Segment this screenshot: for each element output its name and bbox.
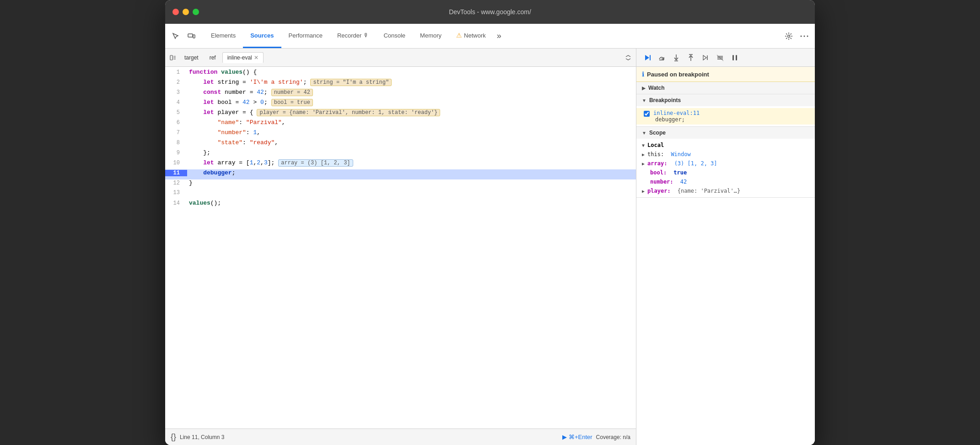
code-line-3: 3 const number = 42;number = 42 [165,89,636,99]
number-value: 42 [680,179,687,185]
breakpoints-section-header[interactable]: ▼ Breakpoints [636,94,815,106]
traffic-lights [172,9,199,15]
bool-value: true [673,169,687,176]
watch-section-header[interactable]: ▶ Watch [636,82,815,94]
run-script-button[interactable]: ▶ ⌘+Enter [562,434,592,440]
svg-rect-10 [650,55,651,60]
device-toolbar-button[interactable] [184,29,198,43]
local-label: Local [647,142,664,148]
svg-point-4 [804,35,805,37]
info-icon: ℹ [642,71,644,78]
watch-label: Watch [648,85,665,91]
status-bar-right: ▶ ⌘+Enter Coverage: n/a [562,434,630,440]
close-tab-icon[interactable]: ✕ [254,55,258,60]
inline-eval-player: player = {name: 'Parzival', number: 1, s… [257,109,440,116]
inline-eval-bool: bool = true [271,99,313,106]
svg-rect-22 [736,55,737,60]
inline-eval-array: array = (3) [1, 2, 3] [278,159,353,167]
deactivate-breakpoints-button[interactable] [713,51,727,64]
file-tab-target[interactable]: target [180,53,203,63]
watch-section: ▶ Watch [636,82,815,94]
svg-rect-21 [732,55,734,60]
breakpoint-location: inline-eval:11 [653,110,700,116]
tab-network[interactable]: ⚠ Network [449,24,493,48]
scope-bool-item: bool: true [636,168,815,177]
maximize-button[interactable] [193,9,199,15]
code-line-5: 5 let player = {player = {name: 'Parziva… [165,109,636,119]
code-line-12: 12 } [165,179,636,190]
tab-memory[interactable]: Memory [413,24,449,48]
local-header[interactable]: ▼ Local [636,141,815,150]
close-button[interactable] [172,9,179,15]
file-tab-ref[interactable]: ref [205,53,221,63]
svg-rect-1 [193,35,195,38]
tab-elements[interactable]: Elements [204,24,243,48]
expand-editor-button[interactable] [622,52,634,64]
code-line-11: 11 debugger; [165,169,636,179]
show-navigator-button[interactable] [167,52,179,64]
svg-point-2 [788,35,790,37]
code-line-2: 2 let string = 'I\'m a string';string = … [165,79,636,89]
local-triangle-icon: ▼ [642,143,645,148]
devtools-icon-group [169,29,198,43]
titlebar: DevTools - www.google.com/ [165,0,815,24]
step-button[interactable] [699,51,712,64]
breakpoint-item: inline-eval:11 debugger; [636,108,815,125]
code-line-13: 13 [165,190,636,200]
svg-point-3 [801,35,802,37]
pause-exceptions-button[interactable] [728,51,742,64]
scope-section-header[interactable]: ▼ Scope [636,127,815,139]
code-line-7: 7 "number": 1, [165,129,636,139]
breakpoint-checkbox[interactable] [644,111,650,117]
network-warning-icon: ⚠ [456,32,462,39]
step-over-button[interactable] [655,51,668,64]
scope-this-item: ▶ this: Window [636,150,815,159]
tab-console[interactable]: Console [376,24,413,48]
file-tab-inline-eval[interactable]: inline-eval ✕ [222,52,264,63]
breakpoints-section: ▼ Breakpoints inline-eval:11 debugger; [636,94,815,127]
step-out-button[interactable] [684,51,698,64]
svg-point-5 [807,35,808,37]
code-line-6: 6 "name": "Parzival", [165,119,636,129]
breakpoints-label: Breakpoints [649,97,681,103]
resume-button[interactable] [640,51,654,64]
watch-triangle-icon: ▶ [642,86,646,91]
scope-section: ▼ Scope ▼ Local ▶ this: Window [636,127,815,198]
breakpoints-triangle-icon: ▼ [642,98,646,103]
more-options-button[interactable] [797,29,811,43]
this-value[interactable]: Window [671,151,690,157]
format-button[interactable]: {} [171,432,176,442]
paused-message: Paused on breakpoint [647,71,709,78]
debugger-toolbar [636,49,815,67]
code-line-8: 8 "state": "ready", [165,139,636,149]
right-sections: ▶ Watch ▼ Breakpoints inline-eval [636,82,815,445]
step-into-button[interactable] [669,51,683,64]
devtools-window: DevTools - www.google.com/ Elements Sour… [165,0,815,445]
player-value[interactable]: {name: 'Parzival'…} [678,188,740,194]
settings-button[interactable] [782,29,796,43]
cursor-position: Line 11, Column 3 [180,434,224,440]
panel-body: target ref inline-eval ✕ [165,49,815,445]
inspect-element-button[interactable] [169,29,183,43]
code-line-14: 14 values(); [165,200,636,210]
svg-rect-6 [170,55,172,60]
minimize-button[interactable] [183,9,189,15]
code-lines: 1 function values() { 2 let string = 'I\… [165,67,636,212]
window-title: DevTools - www.google.com/ [449,8,531,16]
tab-performance[interactable]: Performance [281,24,330,48]
array-expand-icon: ▶ [642,161,645,166]
player-expand-icon: ▶ [642,189,645,194]
tab-sources[interactable]: Sources [243,24,281,48]
right-panel: ℹ Paused on breakpoint ▶ Watch ▼ Breakpo… [636,49,815,445]
array-value[interactable]: (3) [1, 2, 3] [674,160,717,167]
scope-number-item: number: 42 [636,177,815,186]
inline-eval-number: number = 42 [271,89,313,96]
status-bar: {} Line 11, Column 3 ▶ ⌘+Enter Coverage:… [165,429,636,445]
tab-list: Elements Sources Performance Recorder 🎙 … [204,24,782,48]
scope-player-item: ▶ player: {name: 'Parzival'…} [636,186,815,195]
tab-recorder[interactable]: Recorder 🎙 [330,24,376,48]
inline-eval-string: string = "I'm a string" [310,79,392,86]
code-editor[interactable]: 1 function values() { 2 let string = 'I\… [165,67,636,429]
code-line-9: 9 }; [165,149,636,159]
more-tabs-button[interactable]: » [493,31,505,41]
